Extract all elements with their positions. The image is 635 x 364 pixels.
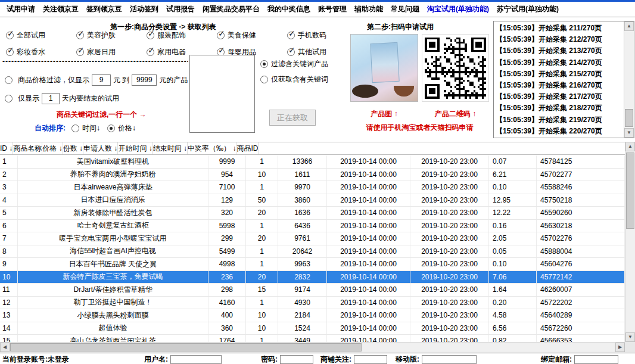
status-field-label: 绑定邮箱: [541, 354, 572, 364]
status-field-input[interactable] [574, 355, 618, 364]
table-header-cell[interactable]: 价格 ↓ [42, 142, 63, 154]
table-row[interactable]: 15 高山乌龙茶新西兰国宝礼茶 1764 1 3449 2019-10-14 0… [0, 335, 625, 342]
log-scrollbar-thumb[interactable] [625, 109, 633, 127]
category-checkbox[interactable]: 手机数码 [287, 29, 357, 42]
vertical-scrollbar-thumb[interactable] [626, 153, 634, 229]
table-header-cell[interactable]: 商品名称 [13, 142, 42, 154]
scroll-up-icon[interactable]: ▲ [624, 21, 634, 31]
keyword-mode-radio[interactable]: 过滤含关键词产品 [260, 59, 328, 69]
tab[interactable]: 试用报告 [161, 2, 200, 17]
category-checkbox[interactable]: 美容护肤 [76, 29, 147, 42]
table-row[interactable]: 3 日本airweave高弹薄床垫 7100 1 9970 2019-10-14… [0, 181, 625, 194]
category-checkbox[interactable]: 家居日用 [76, 45, 147, 58]
scroll-left-icon[interactable]: ◀ [0, 343, 10, 352]
table-row[interactable]: 2 养胎不养肉的澳洲孕妇奶粉 954 10 1611 2019-10-14 00… [0, 169, 625, 182]
cell-price: 236 [208, 271, 246, 284]
table-header-cell[interactable]: 份数 ↓ [63, 142, 83, 154]
table-header-cell[interactable]: 商品ID [236, 142, 259, 154]
table-row[interactable]: 12 勒丁卫浴挺起中国制造！ 4160 1 4930 2019-10-14 00… [0, 297, 625, 310]
price-min-input[interactable] [92, 74, 111, 86]
table-row[interactable]: 13 小绿膜去黑头粉刺面膜 400 10 2184 2019-10-14 00:… [0, 309, 625, 322]
scroll-up-icon[interactable]: ▲ [625, 142, 635, 151]
table-row[interactable]: 7 暖手宝充电宝两用小型暖宝宝试用 299 20 9761 2019-10-14… [0, 232, 625, 245]
checkbox-checked-icon [76, 48, 84, 56]
sort-option-radio[interactable]: 时间↓ [71, 123, 100, 133]
tab[interactable]: 苏宁试用(单独功能) [491, 2, 564, 17]
cell-product-name: 新会特产陈皮三宝茶，免费试喝 [18, 271, 208, 284]
log-line: 【15:05:39】开始采集 213/270页 [496, 45, 622, 57]
cell-product-name: 养胎不养肉的澳洲孕妇奶粉 [18, 169, 208, 181]
category-checkbox[interactable]: 彩妆香水 [6, 45, 76, 58]
category-checkbox[interactable]: 全部试用 [6, 29, 76, 42]
log-scrollbar[interactable]: ▲ ▼ [624, 21, 634, 138]
cell-product-id: 46260007 [537, 284, 625, 296]
tab-label: 辅助功能 [354, 4, 383, 14]
fetch-list-button[interactable]: 正在获取 [269, 110, 316, 126]
cell-end-time: 2019-10-20 23:00 [410, 220, 489, 232]
scroll-down-icon[interactable]: ▼ [624, 128, 634, 138]
cell-applicants: 9963 [278, 258, 327, 270]
product-image [350, 34, 418, 102]
horizontal-scrollbar-thumb[interactable] [10, 343, 362, 351]
category-checkbox[interactable]: 其他试用 [287, 45, 357, 58]
table-row[interactable]: 11 DrJart/蒂佳婷积雪草精华 298 15 9174 2019-10-1… [0, 284, 625, 297]
table-vertical-scrollbar[interactable]: ▲ ▼ [625, 142, 635, 342]
status-field-input[interactable] [354, 355, 387, 364]
sort-option-radio[interactable]: 价格↓ [107, 123, 136, 133]
table-header-cell[interactable]: 结束时间 ↓ [153, 142, 188, 154]
table-row[interactable]: 4 日本进口痘痘消消乐 129 50 3860 2019-10-14 00:00… [0, 194, 625, 207]
tab[interactable]: 签到领京豆 [81, 2, 127, 17]
status-field: 用户名: [144, 354, 222, 364]
tab[interactable]: 试用申请 [1, 2, 41, 17]
scroll-down-icon[interactable]: ▼ [625, 332, 635, 342]
cell-id: 15 [0, 335, 18, 342]
log-line: 【15:05:39】开始采集 211/270页 [496, 23, 622, 34]
tab[interactable]: 账号管理 [313, 2, 352, 17]
cell-quantity: 10 [246, 169, 278, 181]
keyword-listbox[interactable] [189, 55, 255, 133]
tab[interactable]: 活动签到 [124, 2, 164, 17]
tab-label: 试用申请 [7, 4, 35, 14]
table-row[interactable]: 10 新会特产陈皮三宝茶，免费试喝 236 20 2832 2019-10-14… [0, 271, 625, 284]
table-row[interactable]: 9 日本百年书匠品牌 天使之翼 4998 1 9963 2019-10-14 0… [0, 258, 625, 271]
log-lines: 【15:05:39】开始采集 211/270页 【15:05:39】开始采集 2… [496, 23, 622, 136]
table-row[interactable]: 5 新房装修除甲醛活性炭包 320 20 1636 2019-10-14 00:… [0, 207, 625, 220]
status-field-input[interactable] [280, 355, 313, 364]
table-header-cell[interactable]: ID ↓ [0, 142, 13, 154]
table-row[interactable]: 8 海信55吋超音画AI声控电视 5499 1 20642 2019-10-14… [0, 245, 625, 259]
table-header-cell[interactable]: 开始时间 ↓ [118, 142, 152, 154]
days-input[interactable] [42, 93, 60, 104]
cell-end-time: 2019-10-20 23:00 [410, 181, 489, 194]
dashed-separator: ----------------------------------------… [2, 57, 188, 66]
cell-start-time: 2019-10-14 00:00 [327, 258, 410, 270]
keyword-mode-radio[interactable]: 仅获取含有关键词 [260, 74, 328, 85]
table-horizontal-scrollbar[interactable]: ◀ ▶ [0, 342, 625, 352]
table-header-cell[interactable]: 中奖率（‰） ↓ [188, 142, 236, 154]
category-checkbox[interactable]: 服装配饰 [147, 29, 217, 42]
table-row[interactable]: 6 哈士奇创意复古红酒柜 5998 1 6436 2019-10-14 00:0… [0, 220, 625, 233]
days-filter-radio[interactable] [5, 95, 13, 102]
tab[interactable]: 闲置奖品交易平台 [197, 2, 265, 17]
status-field-input[interactable] [170, 355, 222, 364]
cell-quantity: 10 [246, 322, 278, 335]
cell-quantity: 1 [246, 258, 278, 270]
tab[interactable]: 淘宝试用(单独功能) [422, 2, 494, 17]
scroll-right-icon[interactable]: ▶ [615, 343, 625, 352]
table-header-cell[interactable]: 申请人数 ↓ [83, 142, 118, 154]
tab[interactable]: 我的中奖信息 [262, 2, 316, 17]
table-row[interactable]: 1 美国vitamix破壁料理机 9999 1 13366 2019-10-14… [0, 155, 625, 169]
status-field-input[interactable] [422, 355, 477, 364]
price-filter-prefix: 商品价格过滤，仅显示 [18, 75, 89, 85]
category-label: 家用电器 [157, 47, 186, 57]
cell-quantity: 20 [246, 271, 278, 284]
cell-start-time: 2019-10-14 00:00 [327, 309, 410, 322]
price-max-input[interactable] [132, 74, 157, 86]
tab-label: 常见问题 [391, 4, 419, 14]
category-checkbox[interactable]: 美食保健 [217, 29, 287, 42]
tab[interactable]: 常见问题 [385, 2, 425, 17]
price-filter-radio[interactable] [5, 76, 13, 84]
table-row[interactable]: 14 超值体验 360 10 1524 2019-10-14 00:00 201… [0, 322, 625, 335]
tab[interactable]: 辅助功能 [349, 2, 388, 17]
tab[interactable]: 关注领京豆 [38, 2, 84, 17]
cell-product-id: 45590260 [537, 207, 625, 219]
